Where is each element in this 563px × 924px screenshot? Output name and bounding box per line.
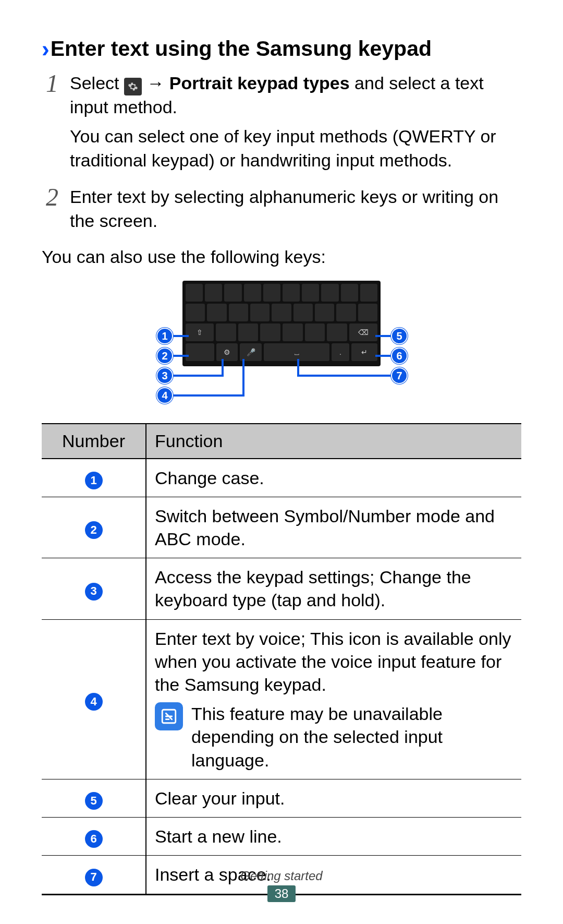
- number-badge-icon: 3: [85, 583, 103, 601]
- number-badge-icon: 6: [85, 830, 103, 848]
- table-header-number: Number: [42, 424, 146, 458]
- callout-4-icon: 4: [156, 387, 173, 404]
- space-key-icon: ⎵: [264, 343, 329, 361]
- step-body: Enter text by selecting alphanumeric key…: [70, 185, 521, 238]
- function-text: Switch between Symbol/Number mode and AB…: [146, 497, 521, 558]
- mic-key-icon: 🎤: [240, 343, 262, 361]
- chevron-icon: ›: [42, 38, 46, 61]
- callout-7-icon: 7: [391, 367, 408, 384]
- step-1: 1 Select → Portrait keypad types and sel…: [42, 71, 521, 178]
- enter-key-icon: ↵: [351, 343, 377, 361]
- step-pre: Select: [70, 73, 119, 93]
- shift-key-icon: ⇧: [186, 323, 214, 341]
- function-text: Enter text by voice; This icon is availa…: [155, 627, 513, 697]
- table-row: 4 Enter text by voice; This icon is avai…: [42, 619, 521, 779]
- function-text: Access the keypad settings; Change the k…: [146, 558, 521, 619]
- number-badge-icon: 1: [85, 472, 103, 489]
- keypad-illustration: ⇧ ⌫ ⚙ 🎤 ⎵ . ↵ 1 2 3 4 5 6: [42, 281, 521, 409]
- arrow-icon: →: [146, 73, 164, 93]
- note-icon: [155, 702, 183, 730]
- table-row: 2 Switch between Symbol/Number mode and …: [42, 497, 521, 558]
- step-number: 1: [44, 71, 60, 178]
- footer-section: Getting started: [0, 869, 563, 883]
- step-number: 2: [44, 185, 60, 238]
- page-footer: Getting started 38: [0, 869, 563, 902]
- table-header-function: Function: [146, 424, 521, 458]
- table-row: 3 Access the keypad settings; Change the…: [42, 558, 521, 619]
- function-text: Change case.: [146, 459, 521, 497]
- function-text: Start a new line.: [146, 818, 521, 856]
- function-table: Number Function 1 Change case. 2 Switch …: [42, 423, 521, 895]
- table-row: 5 Clear your input.: [42, 779, 521, 817]
- number-badge-icon: 2: [85, 521, 103, 539]
- callout-1-icon: 1: [156, 328, 173, 344]
- step-2: 2 Enter text by selecting alphanumeric k…: [42, 185, 521, 238]
- step-text: Enter text by selecting alphanumeric key…: [70, 185, 521, 233]
- number-badge-icon: 5: [85, 792, 103, 810]
- callout-6-icon: 6: [391, 347, 408, 364]
- table-row: 1 Change case.: [42, 459, 521, 497]
- callout-3-icon: 3: [156, 367, 173, 384]
- table-row: 6 Start a new line.: [42, 818, 521, 856]
- gear-icon: [124, 78, 142, 95]
- section-heading: › Enter text using the Samsung keypad: [42, 37, 521, 61]
- lead-text: You can also use the following keys:: [42, 245, 521, 269]
- footer-page-number: 38: [267, 885, 296, 902]
- note: This feature may be unavailable dependin…: [155, 702, 513, 772]
- callout-5-icon: 5: [391, 328, 408, 344]
- step-body: Select → Portrait keypad types and selec…: [70, 71, 521, 178]
- step-extra: You can select one of key input methods …: [70, 125, 521, 173]
- note-text: This feature may be unavailable dependin…: [191, 702, 513, 772]
- step-bold: Portrait keypad types: [169, 73, 350, 93]
- backspace-key-icon: ⌫: [349, 323, 377, 341]
- function-text: Clear your input.: [146, 779, 521, 817]
- keypad: ⇧ ⌫ ⚙ 🎤 ⎵ . ↵: [182, 281, 381, 366]
- heading-text: Enter text using the Samsung keypad: [51, 37, 432, 61]
- settings-key-icon: ⚙: [216, 343, 238, 361]
- number-badge-icon: 4: [85, 693, 103, 711]
- callout-2-icon: 2: [156, 347, 173, 364]
